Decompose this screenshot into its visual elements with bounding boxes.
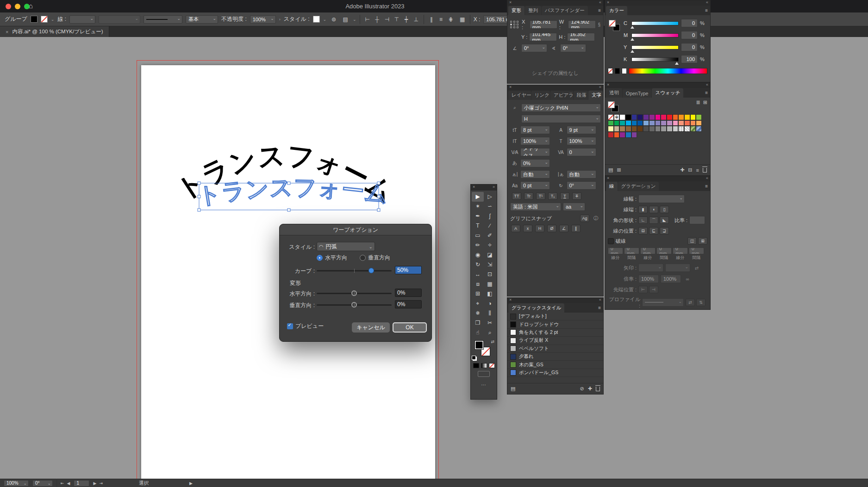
swatch[interactable] bbox=[619, 114, 625, 120]
swatches-tab-2[interactable]: スウォッチ bbox=[652, 88, 683, 98]
fill-swatch[interactable] bbox=[475, 340, 484, 350]
profile-flip-across-button[interactable]: ⇄ bbox=[686, 299, 695, 306]
perspective-grid-tool[interactable]: ▦ bbox=[484, 279, 496, 289]
close-icon[interactable]: × bbox=[473, 185, 475, 189]
warp-style-select[interactable]: ◠ 円弧 bbox=[317, 242, 375, 251]
checkbox-checked-icon[interactable] bbox=[287, 323, 293, 329]
horizontal-radio[interactable]: 水平方向 bbox=[317, 254, 347, 262]
reference-point-locator[interactable] bbox=[510, 21, 519, 28]
stroke-weight-select[interactable] bbox=[69, 15, 95, 24]
type-tool[interactable]: T bbox=[472, 221, 484, 231]
character-rotation-field[interactable]: 0° bbox=[567, 181, 596, 190]
graphic-style-chip[interactable] bbox=[313, 16, 320, 23]
chevron-down-icon[interactable]: ⌄ bbox=[51, 17, 55, 22]
panel-menu-icon[interactable]: ≡ bbox=[598, 305, 601, 310]
fill-color-chip[interactable] bbox=[31, 16, 37, 23]
channel-slider[interactable] bbox=[631, 33, 679, 37]
scale-tool[interactable]: ⇲ bbox=[484, 260, 496, 270]
font-family-select[interactable]: 小塚ゴシック Pr6N bbox=[521, 104, 601, 112]
dash-value-field[interactable]: 0 mm bbox=[608, 247, 623, 254]
cancel-button[interactable]: キャンセル bbox=[352, 322, 390, 333]
swatch[interactable] bbox=[661, 114, 667, 120]
character-tab-0[interactable]: レイヤー bbox=[508, 91, 531, 100]
paintbrush-tool[interactable]: ✐ bbox=[484, 231, 496, 240]
zoom-level-select[interactable]: 100% bbox=[4, 480, 29, 487]
snap-capheight-button[interactable]: H bbox=[535, 225, 544, 232]
tracking-field[interactable]: 0 bbox=[567, 148, 596, 156]
swatch[interactable] bbox=[631, 132, 637, 138]
swatch[interactable] bbox=[631, 120, 637, 126]
color-tab[interactable]: カラー bbox=[606, 6, 627, 15]
swatch[interactable] bbox=[667, 120, 673, 126]
h-field[interactable]: 16.352 mm bbox=[567, 33, 595, 41]
swatch[interactable] bbox=[625, 132, 631, 138]
chevron-down-icon[interactable]: ⌄ bbox=[353, 17, 356, 22]
graphic-style-item[interactable]: [デフォルト] bbox=[507, 313, 603, 321]
swatch-libraries-button[interactable]: ▤ bbox=[608, 167, 613, 173]
panel-menu-icon[interactable]: ≡ bbox=[705, 184, 708, 189]
new-swatch-button[interactable]: ✚ bbox=[680, 167, 684, 173]
gradient-tool[interactable]: ◧ bbox=[484, 289, 496, 299]
list-view-icon[interactable]: ≣ bbox=[696, 99, 700, 105]
first-artboard-button[interactable]: ⇤ bbox=[61, 481, 64, 486]
close-icon[interactable]: × bbox=[509, 85, 512, 89]
collapse-icon[interactable]: « bbox=[706, 176, 708, 180]
swatch[interactable] bbox=[678, 114, 684, 120]
swap-fill-stroke-icon[interactable]: ⇄ bbox=[491, 339, 494, 344]
grid-view-icon[interactable]: ⊞ bbox=[703, 99, 707, 105]
swatch[interactable] bbox=[619, 120, 625, 126]
leading-field[interactable]: 9 pt bbox=[567, 126, 596, 134]
shaper-tool[interactable]: ✧ bbox=[484, 240, 496, 250]
mesh-tool[interactable]: ⊞ bbox=[472, 289, 484, 299]
swatch[interactable] bbox=[637, 126, 643, 132]
graphic-style-item[interactable]: 角を丸くする 2 pt bbox=[507, 329, 603, 337]
swatch[interactable] bbox=[625, 114, 631, 120]
next-artboard-button[interactable]: ▶ bbox=[93, 481, 96, 486]
opacity-panel-chevron-icon[interactable]: › bbox=[279, 17, 281, 22]
snap-baseline-button[interactable]: A bbox=[511, 225, 520, 232]
info-icon[interactable]: ⓘ bbox=[591, 215, 600, 222]
last-artboard-button[interactable]: ⇥ bbox=[99, 481, 103, 486]
swatch[interactable] bbox=[643, 114, 649, 120]
swatch-kinds-button[interactable]: ⊞ bbox=[617, 167, 621, 173]
panel-menu-icon[interactable]: ≡ bbox=[705, 8, 708, 13]
tsume-field[interactable]: 0% bbox=[520, 159, 550, 167]
horizontal-value-field[interactable]: 0% bbox=[395, 289, 422, 297]
swatch[interactable] bbox=[655, 114, 661, 120]
rotation-select[interactable]: 0° bbox=[32, 480, 53, 487]
stroke-align-inside-button[interactable]: ⊑ bbox=[649, 227, 658, 234]
swatch[interactable] bbox=[637, 114, 643, 120]
break-link-icon[interactable]: ⊘ bbox=[580, 386, 584, 392]
dash-value-field[interactable]: 0 mm bbox=[689, 247, 704, 254]
cap-round-button[interactable]: ◖ bbox=[649, 206, 658, 213]
collapse-icon[interactable]: « bbox=[599, 0, 601, 5]
dash-value-field[interactable]: 0 mm bbox=[640, 247, 656, 254]
join-miter-button[interactable]: ∟ bbox=[638, 216, 648, 224]
channel-slider[interactable] bbox=[631, 45, 679, 49]
snap-embox-button[interactable]: Ø bbox=[547, 225, 556, 232]
graphic-style-item[interactable]: ポンパドール_GS bbox=[507, 369, 603, 377]
swatch[interactable] bbox=[614, 132, 620, 138]
swatch[interactable] bbox=[608, 126, 614, 132]
all-caps-button[interactable]: TT bbox=[512, 192, 521, 200]
style-libraries-icon[interactable]: ▤ bbox=[511, 386, 515, 392]
font-style-select[interactable]: H bbox=[521, 115, 601, 123]
swatch[interactable] bbox=[608, 114, 614, 120]
gradient-button[interactable] bbox=[481, 363, 487, 368]
curve-slider-handle[interactable] bbox=[368, 268, 374, 273]
stroke-tab-0[interactable]: 線 bbox=[606, 182, 618, 191]
horizontal-scale-field[interactable]: 100% bbox=[567, 137, 596, 145]
horizontal-slider[interactable] bbox=[317, 293, 392, 294]
panel-menu-icon[interactable]: ≡ bbox=[598, 92, 601, 98]
dash-value-field[interactable]: 0 mm bbox=[673, 247, 688, 254]
preview-checkbox[interactable]: プレビュー bbox=[287, 322, 324, 330]
cap-projecting-button[interactable]: ▯ bbox=[660, 206, 669, 213]
opacity-field[interactable]: 100% bbox=[250, 15, 276, 24]
align-middle-icon[interactable]: ┿ bbox=[402, 16, 411, 23]
graphic-style-item[interactable]: ベベルソフト bbox=[507, 345, 603, 353]
swatch[interactable] bbox=[661, 120, 667, 126]
stroke-color-chip[interactable] bbox=[41, 16, 48, 23]
superscript-button[interactable]: T¹ bbox=[536, 192, 545, 200]
document-tab[interactable]: × 内容.ai* @ 100 % (CMYK/プレビュー) bbox=[0, 26, 109, 37]
close-icon[interactable]: × bbox=[607, 82, 609, 87]
